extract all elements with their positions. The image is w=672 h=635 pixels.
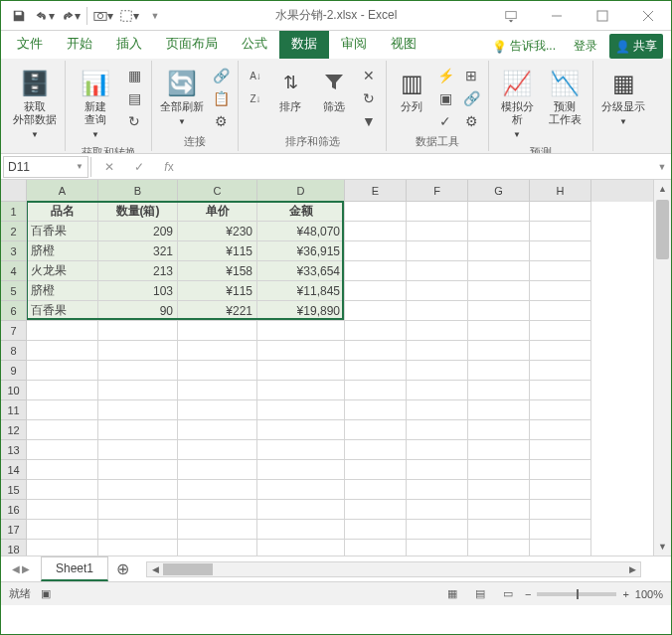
tab-file[interactable]: 文件 <box>5 29 55 59</box>
flash-fill-button[interactable]: ⚡ <box>434 65 456 86</box>
cell[interactable] <box>345 361 407 381</box>
cell[interactable] <box>345 222 407 241</box>
properties-button[interactable]: 📋 <box>210 87 232 109</box>
cell[interactable] <box>98 480 178 500</box>
cell[interactable] <box>468 222 530 241</box>
sort-button[interactable]: ⇅排序 <box>270 65 310 115</box>
row-header[interactable]: 5 <box>1 281 27 301</box>
cell[interactable] <box>345 301 407 321</box>
advanced-button[interactable]: ▼ <box>358 110 380 132</box>
col-header[interactable]: E <box>345 180 407 202</box>
cell[interactable] <box>345 440 407 460</box>
horizontal-scrollbar[interactable]: ◀ ▶ <box>146 561 641 577</box>
name-box[interactable]: D11▼ <box>3 156 88 178</box>
cell[interactable]: 脐橙 <box>27 281 98 301</box>
cell[interactable] <box>468 540 530 556</box>
cell[interactable] <box>530 400 591 420</box>
cell[interactable]: ¥158 <box>178 261 257 281</box>
border-icon[interactable]: ▾ <box>117 3 141 29</box>
cell[interactable] <box>345 420 407 440</box>
cell[interactable]: 209 <box>98 222 178 241</box>
scroll-left-icon[interactable]: ◀ <box>147 564 163 574</box>
tab-home[interactable]: 开始 <box>55 29 104 59</box>
cell[interactable]: ¥230 <box>178 222 257 241</box>
cell[interactable]: 脐橙 <box>27 241 98 261</box>
col-header[interactable]: G <box>468 180 530 202</box>
cell[interactable]: ¥33,654 <box>257 261 345 281</box>
cell[interactable] <box>257 420 345 440</box>
cell[interactable] <box>530 381 591 400</box>
row-header[interactable]: 9 <box>1 361 27 381</box>
cell[interactable] <box>468 400 530 420</box>
remove-dup-button[interactable]: ▣ <box>434 87 456 109</box>
cell[interactable] <box>27 341 98 361</box>
cell[interactable]: ¥11,845 <box>257 281 345 301</box>
recent-sources-button[interactable]: ↻ <box>123 110 145 132</box>
cell[interactable]: 90 <box>98 301 178 321</box>
col-header[interactable]: D <box>257 180 345 202</box>
row-header[interactable]: 11 <box>1 400 27 420</box>
cell[interactable]: ¥221 <box>178 301 257 321</box>
cell[interactable]: ¥48,070 <box>257 222 345 241</box>
consolidate-button[interactable]: ⊞ <box>460 65 482 86</box>
cell[interactable] <box>257 361 345 381</box>
cell[interactable] <box>345 321 407 341</box>
row-header[interactable]: 1 <box>1 202 27 222</box>
cell[interactable] <box>27 361 98 381</box>
enter-formula-icon[interactable]: ✓ <box>127 156 151 178</box>
row-header[interactable]: 12 <box>1 420 27 440</box>
cell[interactable]: 品名 <box>27 202 98 222</box>
close-icon[interactable] <box>625 1 671 31</box>
cell[interactable] <box>530 261 591 281</box>
formula-bar[interactable] <box>187 157 647 177</box>
cell[interactable] <box>530 420 591 440</box>
col-header[interactable]: H <box>530 180 591 202</box>
row-header[interactable]: 2 <box>1 222 27 241</box>
cell[interactable] <box>407 381 468 400</box>
cell[interactable] <box>27 520 98 540</box>
cell[interactable] <box>530 540 591 556</box>
cell[interactable] <box>98 420 178 440</box>
validation-button[interactable]: ✓ <box>434 110 456 132</box>
scroll-right-icon[interactable]: ▶ <box>624 564 640 574</box>
zoom-in-button[interactable]: + <box>622 588 628 600</box>
cell[interactable] <box>178 420 257 440</box>
cell[interactable] <box>407 520 468 540</box>
tab-view[interactable]: 视图 <box>379 29 428 59</box>
cell[interactable] <box>27 500 98 520</box>
cell[interactable] <box>468 361 530 381</box>
cell[interactable] <box>345 500 407 520</box>
cell[interactable] <box>98 460 178 480</box>
cell[interactable] <box>98 381 178 400</box>
tell-me[interactable]: 💡告诉我... <box>486 34 562 59</box>
minimize-icon[interactable] <box>534 1 580 31</box>
scroll-down-icon[interactable]: ▼ <box>654 538 671 556</box>
page-break-icon[interactable]: ▭ <box>497 585 519 603</box>
cell[interactable] <box>407 460 468 480</box>
cell[interactable] <box>257 540 345 556</box>
cell[interactable] <box>530 361 591 381</box>
cell[interactable] <box>178 480 257 500</box>
cell[interactable] <box>27 540 98 556</box>
cell[interactable]: 213 <box>98 261 178 281</box>
cell[interactable] <box>98 440 178 460</box>
cell[interactable] <box>345 480 407 500</box>
tab-data[interactable]: 数据 <box>279 29 329 59</box>
cell[interactable] <box>178 460 257 480</box>
cell[interactable] <box>530 281 591 301</box>
cell[interactable] <box>407 400 468 420</box>
cell[interactable] <box>530 520 591 540</box>
filter-button[interactable]: 筛选 <box>314 65 354 115</box>
scroll-thumb[interactable] <box>656 200 669 259</box>
connections-button[interactable]: 🔗 <box>210 65 232 86</box>
cell[interactable] <box>468 520 530 540</box>
col-header[interactable]: A <box>27 180 98 202</box>
cell[interactable] <box>468 480 530 500</box>
clear-filter-button[interactable]: ✕ <box>358 65 380 86</box>
cell[interactable]: 321 <box>98 241 178 261</box>
cell[interactable] <box>27 480 98 500</box>
col-header[interactable]: C <box>178 180 257 202</box>
cell[interactable] <box>407 440 468 460</box>
cell[interactable] <box>530 241 591 261</box>
cell[interactable] <box>468 202 530 222</box>
